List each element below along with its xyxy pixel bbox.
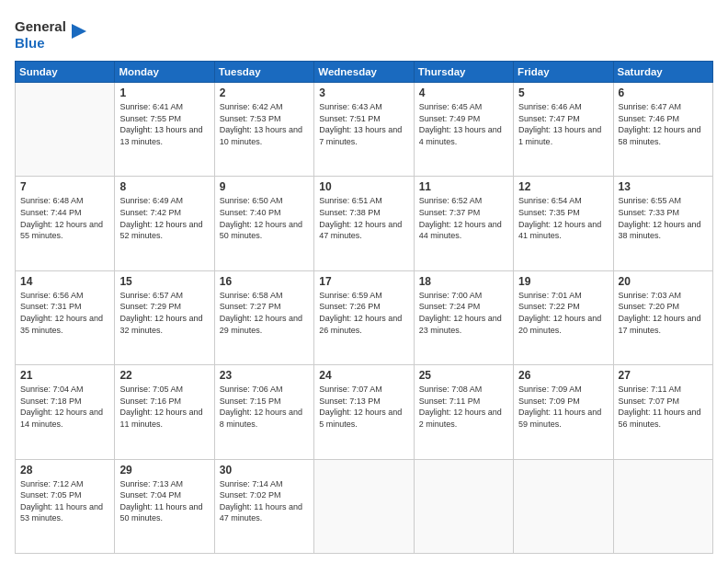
cell-info: Sunrise: 7:00 AMSunset: 7:24 PMDaylight:… xyxy=(419,290,508,336)
cell-info: Sunrise: 7:04 AMSunset: 7:18 PMDaylight:… xyxy=(20,384,109,430)
weekday-header-tuesday: Tuesday xyxy=(214,62,313,83)
calendar-cell xyxy=(514,459,613,553)
calendar-cell: 12Sunrise: 6:54 AMSunset: 7:35 PMDayligh… xyxy=(514,177,613,270)
cell-info: Sunrise: 7:07 AMSunset: 7:13 PMDaylight:… xyxy=(319,384,408,430)
calendar-week-5: 28Sunrise: 7:12 AMSunset: 7:05 PMDayligh… xyxy=(16,459,713,553)
day-number: 25 xyxy=(419,369,508,382)
cell-info: Sunrise: 6:47 AMSunset: 7:46 PMDaylight:… xyxy=(619,101,708,147)
day-number: 3 xyxy=(319,86,408,99)
calendar-cell: 25Sunrise: 7:08 AMSunset: 7:11 PMDayligh… xyxy=(414,365,513,459)
day-number: 23 xyxy=(220,369,309,382)
day-number: 22 xyxy=(119,369,209,382)
cell-info: Sunrise: 6:51 AMSunset: 7:38 PMDaylight:… xyxy=(319,195,408,241)
calendar-cell: 16Sunrise: 6:58 AMSunset: 7:27 PMDayligh… xyxy=(214,270,313,364)
day-number: 18 xyxy=(419,275,508,288)
calendar-cell: 4Sunrise: 6:45 AMSunset: 7:49 PMDaylight… xyxy=(414,83,513,177)
calendar-week-1: 1Sunrise: 6:41 AMSunset: 7:55 PMDaylight… xyxy=(16,83,713,177)
calendar-cell: 27Sunrise: 7:11 AMSunset: 7:07 PMDayligh… xyxy=(613,365,712,459)
cell-info: Sunrise: 6:52 AMSunset: 7:37 PMDaylight:… xyxy=(419,195,508,241)
logo: General Blue xyxy=(15,15,88,53)
day-number: 26 xyxy=(518,369,608,382)
calendar-cell: 8Sunrise: 6:49 AMSunset: 7:42 PMDaylight… xyxy=(115,177,214,270)
day-number: 19 xyxy=(518,275,608,288)
day-number: 16 xyxy=(220,275,309,288)
cell-info: Sunrise: 6:43 AMSunset: 7:51 PMDaylight:… xyxy=(319,101,408,147)
calendar-week-3: 14Sunrise: 6:56 AMSunset: 7:31 PMDayligh… xyxy=(16,270,713,364)
calendar-cell: 18Sunrise: 7:00 AMSunset: 7:24 PMDayligh… xyxy=(414,270,513,364)
day-number: 29 xyxy=(119,464,209,477)
day-number: 12 xyxy=(518,180,608,193)
weekday-header-monday: Monday xyxy=(115,62,214,83)
cell-info: Sunrise: 7:01 AMSunset: 7:22 PMDaylight:… xyxy=(518,290,608,336)
weekday-header-saturday: Saturday xyxy=(613,62,712,83)
cell-info: Sunrise: 6:54 AMSunset: 7:35 PMDaylight:… xyxy=(518,195,608,241)
day-number: 5 xyxy=(518,86,608,99)
day-number: 20 xyxy=(619,275,708,288)
calendar-cell xyxy=(613,459,712,553)
day-number: 7 xyxy=(20,180,109,193)
calendar-cell xyxy=(414,459,513,553)
calendar-cell: 21Sunrise: 7:04 AMSunset: 7:18 PMDayligh… xyxy=(16,365,115,459)
calendar-cell: 24Sunrise: 7:07 AMSunset: 7:13 PMDayligh… xyxy=(314,365,414,459)
cell-info: Sunrise: 6:42 AMSunset: 7:53 PMDaylight:… xyxy=(220,101,309,147)
day-number: 9 xyxy=(220,180,309,193)
calendar-cell xyxy=(16,83,115,177)
cell-info: Sunrise: 6:41 AMSunset: 7:55 PMDaylight:… xyxy=(119,101,209,147)
cell-info: Sunrise: 7:14 AMSunset: 7:02 PMDaylight:… xyxy=(220,478,309,524)
calendar-cell: 15Sunrise: 6:57 AMSunset: 7:29 PMDayligh… xyxy=(115,270,214,364)
day-number: 4 xyxy=(419,86,508,99)
day-number: 24 xyxy=(319,369,408,382)
calendar-cell: 7Sunrise: 6:48 AMSunset: 7:44 PMDaylight… xyxy=(16,177,115,270)
header: General Blue xyxy=(15,15,713,53)
weekday-header-sunday: Sunday xyxy=(16,62,115,83)
calendar-cell: 14Sunrise: 6:56 AMSunset: 7:31 PMDayligh… xyxy=(16,270,115,364)
cell-info: Sunrise: 6:49 AMSunset: 7:42 PMDaylight:… xyxy=(119,195,209,241)
weekday-header-thursday: Thursday xyxy=(414,62,513,83)
calendar-table: SundayMondayTuesdayWednesdayThursdayFrid… xyxy=(15,61,713,554)
weekday-header-wednesday: Wednesday xyxy=(314,62,414,83)
weekday-header-friday: Friday xyxy=(514,62,613,83)
calendar-cell: 30Sunrise: 7:14 AMSunset: 7:02 PMDayligh… xyxy=(214,459,313,553)
day-number: 11 xyxy=(419,180,508,193)
cell-info: Sunrise: 7:05 AMSunset: 7:16 PMDaylight:… xyxy=(119,384,209,430)
cell-info: Sunrise: 6:57 AMSunset: 7:29 PMDaylight:… xyxy=(119,290,209,336)
calendar-cell: 13Sunrise: 6:55 AMSunset: 7:33 PMDayligh… xyxy=(613,177,712,270)
cell-info: Sunrise: 7:11 AMSunset: 7:07 PMDaylight:… xyxy=(619,384,708,430)
day-number: 30 xyxy=(220,464,309,477)
logo-svg: General Blue xyxy=(15,15,88,53)
calendar-cell: 17Sunrise: 6:59 AMSunset: 7:26 PMDayligh… xyxy=(314,270,414,364)
calendar-cell: 11Sunrise: 6:52 AMSunset: 7:37 PMDayligh… xyxy=(414,177,513,270)
cell-info: Sunrise: 6:48 AMSunset: 7:44 PMDaylight:… xyxy=(20,195,109,241)
day-number: 10 xyxy=(319,180,408,193)
cell-info: Sunrise: 6:56 AMSunset: 7:31 PMDaylight:… xyxy=(20,290,109,336)
cell-info: Sunrise: 7:09 AMSunset: 7:09 PMDaylight:… xyxy=(518,384,608,430)
calendar-week-4: 21Sunrise: 7:04 AMSunset: 7:18 PMDayligh… xyxy=(16,365,713,459)
day-number: 8 xyxy=(119,180,209,193)
page: General Blue SundayMondayTuesdayWednesda… xyxy=(0,0,728,563)
calendar-header: SundayMondayTuesdayWednesdayThursdayFrid… xyxy=(16,62,713,83)
cell-info: Sunrise: 7:13 AMSunset: 7:04 PMDaylight:… xyxy=(119,478,209,524)
calendar-cell: 19Sunrise: 7:01 AMSunset: 7:22 PMDayligh… xyxy=(514,270,613,364)
day-number: 21 xyxy=(20,369,109,382)
cell-info: Sunrise: 7:03 AMSunset: 7:20 PMDaylight:… xyxy=(619,290,708,336)
day-number: 15 xyxy=(119,275,209,288)
cell-info: Sunrise: 6:55 AMSunset: 7:33 PMDaylight:… xyxy=(619,195,708,241)
day-number: 13 xyxy=(619,180,708,193)
calendar-cell: 23Sunrise: 7:06 AMSunset: 7:15 PMDayligh… xyxy=(214,365,313,459)
cell-info: Sunrise: 7:12 AMSunset: 7:05 PMDaylight:… xyxy=(20,478,109,524)
calendar-cell: 5Sunrise: 6:46 AMSunset: 7:47 PMDaylight… xyxy=(514,83,613,177)
calendar-cell xyxy=(314,459,414,553)
svg-text:General: General xyxy=(15,18,66,34)
day-number: 14 xyxy=(20,275,109,288)
calendar-cell: 6Sunrise: 6:47 AMSunset: 7:46 PMDaylight… xyxy=(613,83,712,177)
svg-text:Blue: Blue xyxy=(15,35,45,51)
calendar-cell: 29Sunrise: 7:13 AMSunset: 7:04 PMDayligh… xyxy=(115,459,214,553)
calendar-cell: 20Sunrise: 7:03 AMSunset: 7:20 PMDayligh… xyxy=(613,270,712,364)
day-number: 1 xyxy=(119,86,209,99)
calendar-cell: 10Sunrise: 6:51 AMSunset: 7:38 PMDayligh… xyxy=(314,177,414,270)
cell-info: Sunrise: 6:59 AMSunset: 7:26 PMDaylight:… xyxy=(319,290,408,336)
cell-info: Sunrise: 6:58 AMSunset: 7:27 PMDaylight:… xyxy=(220,290,309,336)
day-number: 2 xyxy=(220,86,309,99)
calendar-cell: 28Sunrise: 7:12 AMSunset: 7:05 PMDayligh… xyxy=(16,459,115,553)
day-number: 27 xyxy=(619,369,708,382)
